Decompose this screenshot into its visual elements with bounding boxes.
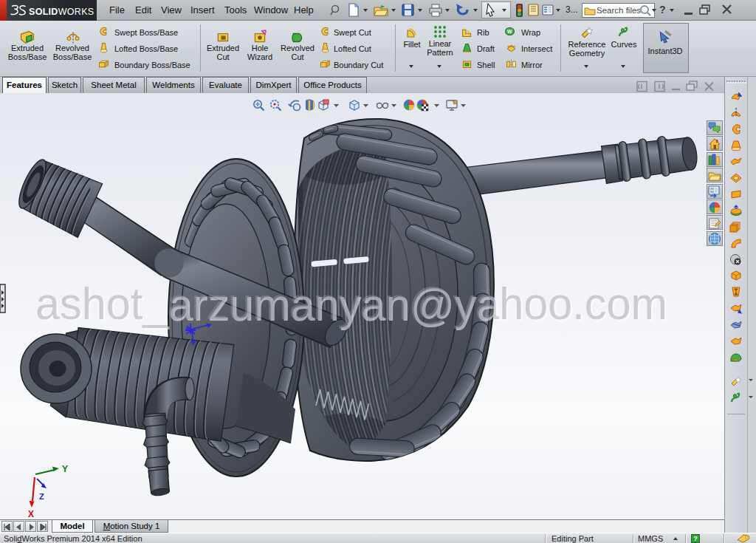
svg-text:W: W — [507, 29, 512, 34]
svg-text:Y: Y — [62, 464, 68, 474]
svg-text:X: X — [28, 509, 34, 519]
svg-text:Z: Z — [39, 492, 44, 501]
svg-text:SOLIDWORKS: SOLIDWORKS — [29, 7, 94, 17]
svg-text:ashot_arzumanyan@yahoo.com: ashot_arzumanyan@yahoo.com — [35, 278, 667, 329]
